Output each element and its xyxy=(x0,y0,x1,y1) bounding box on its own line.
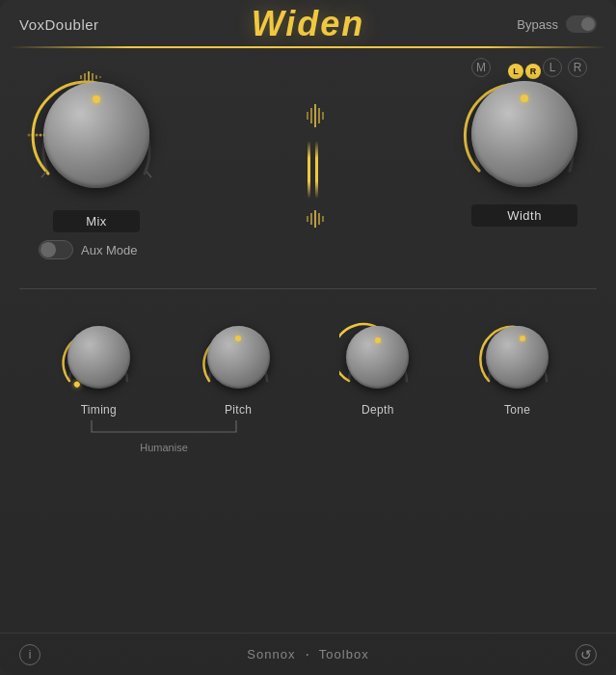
pitch-dot xyxy=(235,336,241,341)
tone-knob-container: Tone xyxy=(479,318,556,417)
center-waveform-bottom xyxy=(299,204,328,233)
pitch-knob-wrap xyxy=(200,318,277,395)
bypass-label: Bypass xyxy=(517,17,558,32)
humanise-label: Humanise xyxy=(140,442,188,453)
knobs-row: Mix Aux Mode xyxy=(29,68,587,259)
small-knobs-row: Timing Pitch xyxy=(29,318,587,417)
width-label: Width xyxy=(471,204,577,227)
depth-dot xyxy=(375,338,381,343)
footer-product: Toolbox xyxy=(319,647,369,662)
mix-knob-container: Mix Aux Mode xyxy=(29,68,164,259)
tone-dot xyxy=(520,336,525,341)
info-icon: i xyxy=(29,648,32,662)
tone-knob[interactable] xyxy=(486,326,549,389)
humanise-area xyxy=(87,418,587,438)
vertical-lines xyxy=(308,141,318,199)
info-button[interactable]: i xyxy=(19,644,40,665)
section-separator xyxy=(19,288,597,289)
timing-label: Timing xyxy=(81,403,117,417)
width-knob[interactable] xyxy=(471,81,577,187)
pitch-knob-container: Pitch xyxy=(200,318,277,417)
aux-mode-toggle[interactable] xyxy=(39,240,73,259)
timing-knob-wrap xyxy=(60,318,137,395)
main-section: Mix Aux Mode xyxy=(0,48,616,279)
svg-line-8 xyxy=(147,172,151,177)
depth-label: Depth xyxy=(362,403,394,417)
footer: i Sonnox · Toolbox ↺ xyxy=(0,633,616,675)
footer-brand: Sonnox xyxy=(247,647,295,662)
timing-knob[interactable] xyxy=(67,326,130,389)
svg-point-12 xyxy=(40,134,42,137)
aux-mode-row: Aux Mode xyxy=(39,240,138,259)
plugin-container: VoxDoubler Widen Bypass xyxy=(0,0,616,675)
humanise-label-area: Humanise xyxy=(87,438,241,455)
timing-knob-container: Timing xyxy=(60,318,137,417)
width-knob-container: M L R L R xyxy=(462,68,587,227)
depth-knob[interactable] xyxy=(346,326,409,389)
center-separator xyxy=(299,96,328,233)
header: VoxDoubler Widen Bypass xyxy=(0,0,616,46)
depth-knob-container: Depth xyxy=(339,318,416,417)
mix-knob-dot xyxy=(93,95,100,103)
reset-button[interactable]: ↺ xyxy=(576,644,597,665)
mix-dots-left xyxy=(27,131,44,139)
bypass-area: Bypass xyxy=(517,15,597,33)
svg-point-10 xyxy=(32,134,35,137)
mix-knob-arc xyxy=(29,68,164,202)
tone-knob-wrap xyxy=(479,318,556,395)
mix-label: Mix xyxy=(53,210,140,232)
plugin-title: Widen xyxy=(252,4,365,44)
svg-point-13 xyxy=(43,134,45,137)
tone-label: Tone xyxy=(504,403,530,417)
center-waveform-top xyxy=(299,96,328,135)
width-knob-dot xyxy=(521,94,528,102)
svg-point-9 xyxy=(28,134,31,137)
v-line-2 xyxy=(315,141,318,199)
humanise-bracket-svg xyxy=(87,418,241,438)
width-knob-arc xyxy=(462,71,587,197)
footer-dot: · xyxy=(305,646,308,663)
aux-mode-label: Aux Mode xyxy=(81,243,138,257)
brand-name: VoxDoubler xyxy=(19,16,99,33)
v-line-1 xyxy=(308,141,310,199)
svg-line-7 xyxy=(41,172,46,177)
bypass-toggle[interactable] xyxy=(566,15,597,33)
mix-knob[interactable] xyxy=(43,82,149,188)
svg-point-11 xyxy=(36,134,39,137)
footer-brand-area: Sonnox · Toolbox xyxy=(247,646,368,663)
pitch-knob[interactable] xyxy=(207,326,270,389)
reset-icon: ↺ xyxy=(580,647,592,662)
depth-knob-wrap xyxy=(339,318,416,395)
pitch-label: Pitch xyxy=(225,403,252,417)
bottom-section: Timing Pitch xyxy=(0,299,616,633)
